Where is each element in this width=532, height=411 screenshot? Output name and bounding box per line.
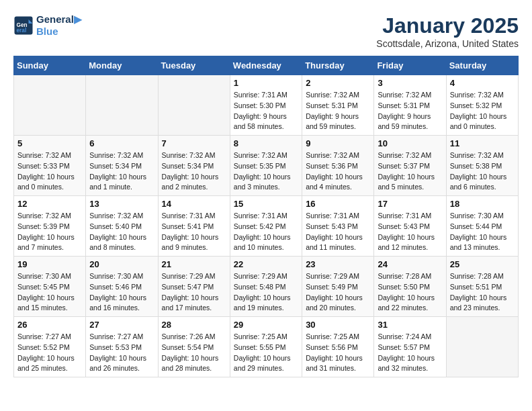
- weekday-header-saturday: Saturday: [446, 56, 518, 75]
- day-info: Sunrise: 7:32 AM Sunset: 5:33 PM Dayligh…: [17, 150, 82, 193]
- daylight-label: Daylight:: [162, 293, 191, 302]
- day-number: 27: [89, 320, 154, 330]
- calendar-cell: 29 Sunrise: 7:25 AM Sunset: 5:55 PM Dayl…: [230, 317, 302, 377]
- daylight-label: Daylight:: [162, 354, 191, 362]
- calendar-cell: [446, 317, 518, 377]
- sunrise-label: Sunrise:: [17, 151, 45, 159]
- calendar-cell: 11 Sunrise: 7:32 AM Sunset: 5:38 PM Dayl…: [446, 136, 518, 196]
- calendar-cell: 15 Sunrise: 7:31 AM Sunset: 5:42 PM Dayl…: [230, 196, 302, 257]
- sunset-label: Sunset:: [162, 343, 188, 351]
- calendar-cell: 20 Sunrise: 7:30 AM Sunset: 5:46 PM Dayl…: [86, 257, 158, 317]
- day-info: Sunrise: 7:32 AM Sunset: 5:32 PM Dayligh…: [450, 90, 515, 132]
- sunrise-time: 7:28 AM: [478, 272, 504, 280]
- day-number: 1: [234, 78, 298, 88]
- sunset-time: 5:30 PM: [259, 101, 285, 109]
- day-info: Sunrise: 7:31 AM Sunset: 5:43 PM Dayligh…: [378, 211, 442, 253]
- daylight-label: Daylight:: [450, 293, 480, 302]
- sunrise-label: Sunrise:: [234, 151, 261, 159]
- day-info: Sunrise: 7:32 AM Sunset: 5:38 PM Dayligh…: [450, 150, 515, 193]
- day-number: 22: [234, 259, 298, 269]
- sunset-time: 5:48 PM: [259, 283, 285, 291]
- sunrise-time: 7:31 AM: [261, 212, 287, 220]
- daylight-label: Daylight:: [89, 354, 119, 362]
- location-subtitle: Scottsdale, Arizona, United States: [376, 38, 519, 49]
- calendar-cell: 24 Sunrise: 7:28 AM Sunset: 5:50 PM Dayl…: [374, 257, 446, 317]
- calendar-week-row: 19 Sunrise: 7:30 AM Sunset: 5:45 PM Dayl…: [14, 257, 519, 317]
- sunrise-time: 7:28 AM: [406, 272, 432, 280]
- calendar-cell: 28 Sunrise: 7:26 AM Sunset: 5:54 PM Dayl…: [158, 317, 230, 377]
- sunset-time: 5:35 PM: [259, 162, 285, 170]
- calendar-cell: 9 Sunrise: 7:32 AM Sunset: 5:36 PM Dayli…: [302, 136, 374, 196]
- sunrise-time: 7:29 AM: [334, 272, 360, 280]
- sunset-time: 5:43 PM: [404, 222, 430, 230]
- sunset-label: Sunset:: [89, 222, 116, 230]
- sunset-time: 5:34 PM: [187, 162, 214, 170]
- day-number: 18: [450, 199, 515, 209]
- sunset-label: Sunset:: [306, 343, 332, 351]
- day-number: 11: [450, 138, 515, 148]
- sunset-time: 5:53 PM: [116, 343, 142, 351]
- sunrise-time: 7:29 AM: [261, 272, 287, 280]
- daylight-label: Daylight:: [306, 293, 335, 302]
- sunset-time: 5:37 PM: [404, 162, 430, 170]
- sunrise-time: 7:25 AM: [334, 332, 360, 340]
- day-info: Sunrise: 7:26 AM Sunset: 5:54 PM Dayligh…: [162, 332, 226, 374]
- day-info: Sunrise: 7:32 AM Sunset: 5:36 PM Dayligh…: [306, 150, 370, 193]
- daylight-label: Daylight:: [306, 173, 335, 181]
- sunrise-label: Sunrise:: [162, 151, 189, 159]
- sunrise-label: Sunrise:: [162, 332, 189, 340]
- day-info: Sunrise: 7:32 AM Sunset: 5:35 PM Dayligh…: [234, 150, 298, 193]
- calendar-week-row: 26 Sunrise: 7:27 AM Sunset: 5:52 PM Dayl…: [14, 317, 519, 377]
- sunset-label: Sunset:: [306, 101, 332, 109]
- day-info: Sunrise: 7:29 AM Sunset: 5:48 PM Dayligh…: [234, 271, 298, 314]
- sunrise-label: Sunrise:: [89, 212, 117, 220]
- sunset-label: Sunset:: [378, 101, 404, 109]
- day-info: Sunrise: 7:32 AM Sunset: 5:31 PM Dayligh…: [378, 90, 442, 132]
- daylight-label: Daylight:: [162, 173, 191, 181]
- calendar-cell: 12 Sunrise: 7:32 AM Sunset: 5:39 PM Dayl…: [14, 196, 86, 257]
- day-info: Sunrise: 7:32 AM Sunset: 5:31 PM Dayligh…: [306, 90, 370, 132]
- sunrise-label: Sunrise:: [378, 91, 405, 99]
- calendar-cell: 25 Sunrise: 7:28 AM Sunset: 5:51 PM Dayl…: [446, 257, 518, 317]
- sunset-time: 5:44 PM: [476, 222, 502, 230]
- sunset-label: Sunset:: [89, 343, 116, 351]
- day-info: Sunrise: 7:25 AM Sunset: 5:56 PM Dayligh…: [306, 332, 370, 374]
- daylight-label: Daylight:: [306, 354, 335, 362]
- logo: Gen eral General▶ Blue: [13, 13, 82, 38]
- sunset-time: 5:32 PM: [476, 101, 502, 109]
- daylight-label: Daylight:: [378, 233, 407, 241]
- sunset-time: 5:45 PM: [44, 283, 70, 291]
- sunrise-label: Sunrise:: [378, 332, 405, 340]
- sunset-time: 5:34 PM: [116, 162, 142, 170]
- sunrise-label: Sunrise:: [306, 212, 333, 220]
- sunrise-time: 7:32 AM: [118, 212, 144, 220]
- day-info: Sunrise: 7:30 AM Sunset: 5:44 PM Dayligh…: [450, 211, 515, 253]
- sunset-label: Sunset:: [378, 162, 404, 170]
- day-info: Sunrise: 7:30 AM Sunset: 5:46 PM Dayligh…: [89, 271, 154, 314]
- sunset-label: Sunset:: [378, 343, 404, 351]
- calendar-week-row: 5 Sunrise: 7:32 AM Sunset: 5:33 PM Dayli…: [14, 136, 519, 196]
- calendar-cell: 16 Sunrise: 7:31 AM Sunset: 5:43 PM Dayl…: [302, 196, 374, 257]
- calendar-cell: 2 Sunrise: 7:32 AM Sunset: 5:31 PM Dayli…: [302, 75, 374, 136]
- calendar-cell: 31 Sunrise: 7:24 AM Sunset: 5:57 PM Dayl…: [374, 317, 446, 377]
- day-info: Sunrise: 7:27 AM Sunset: 5:53 PM Dayligh…: [89, 332, 154, 374]
- day-number: 24: [378, 259, 442, 269]
- calendar-cell: 4 Sunrise: 7:32 AM Sunset: 5:32 PM Dayli…: [446, 75, 518, 136]
- sunrise-time: 7:32 AM: [334, 91, 360, 99]
- sunrise-time: 7:24 AM: [406, 332, 432, 340]
- sunrise-time: 7:25 AM: [261, 332, 287, 340]
- day-number: 10: [378, 138, 442, 148]
- daylight-label: Daylight:: [17, 354, 47, 362]
- sunset-time: 5:55 PM: [259, 343, 285, 351]
- sunset-label: Sunset:: [306, 222, 332, 230]
- day-number: 12: [17, 199, 82, 209]
- month-title: January 2025: [376, 13, 519, 38]
- day-info: Sunrise: 7:32 AM Sunset: 5:37 PM Dayligh…: [378, 150, 442, 193]
- sunset-time: 5:49 PM: [332, 283, 358, 291]
- calendar-cell: 3 Sunrise: 7:32 AM Sunset: 5:31 PM Dayli…: [374, 75, 446, 136]
- calendar-cell: 6 Sunrise: 7:32 AM Sunset: 5:34 PM Dayli…: [86, 136, 158, 196]
- sunrise-time: 7:31 AM: [189, 212, 216, 220]
- sunrise-label: Sunrise:: [450, 151, 478, 159]
- weekday-header-monday: Monday: [86, 56, 158, 75]
- title-block: January 2025 Scottsdale, Arizona, United…: [376, 13, 519, 49]
